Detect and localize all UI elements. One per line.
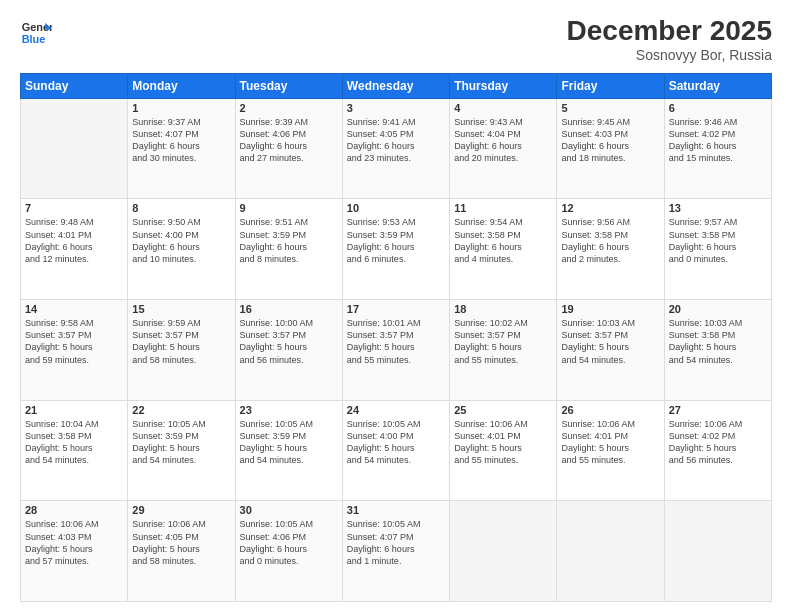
- calendar-cell: 29Sunrise: 10:06 AM Sunset: 4:05 PM Dayl…: [128, 501, 235, 602]
- calendar-cell: 7Sunrise: 9:48 AM Sunset: 4:01 PM Daylig…: [21, 199, 128, 300]
- day-content: Sunrise: 10:05 AM Sunset: 3:59 PM Daylig…: [240, 418, 338, 467]
- day-content: Sunrise: 10:01 AM Sunset: 3:57 PM Daylig…: [347, 317, 445, 366]
- day-number: 12: [561, 202, 659, 214]
- calendar-cell: [557, 501, 664, 602]
- calendar-cell: 17Sunrise: 10:01 AM Sunset: 3:57 PM Dayl…: [342, 300, 449, 401]
- calendar-cell: 10Sunrise: 9:53 AM Sunset: 3:59 PM Dayli…: [342, 199, 449, 300]
- calendar-cell: [450, 501, 557, 602]
- title-block: December 2025 Sosnovyy Bor, Russia: [567, 16, 772, 63]
- day-content: Sunrise: 10:06 AM Sunset: 4:03 PM Daylig…: [25, 518, 123, 567]
- calendar-week-row: 28Sunrise: 10:06 AM Sunset: 4:03 PM Dayl…: [21, 501, 772, 602]
- day-number: 31: [347, 504, 445, 516]
- calendar-cell: 2Sunrise: 9:39 AM Sunset: 4:06 PM Daylig…: [235, 98, 342, 199]
- day-number: 13: [669, 202, 767, 214]
- calendar-cell: 28Sunrise: 10:06 AM Sunset: 4:03 PM Dayl…: [21, 501, 128, 602]
- day-content: Sunrise: 10:05 AM Sunset: 4:06 PM Daylig…: [240, 518, 338, 567]
- day-content: Sunrise: 9:37 AM Sunset: 4:07 PM Dayligh…: [132, 116, 230, 165]
- calendar-cell: 31Sunrise: 10:05 AM Sunset: 4:07 PM Dayl…: [342, 501, 449, 602]
- weekday-header-friday: Friday: [557, 73, 664, 98]
- calendar-week-row: 1Sunrise: 9:37 AM Sunset: 4:07 PM Daylig…: [21, 98, 772, 199]
- day-content: Sunrise: 9:58 AM Sunset: 3:57 PM Dayligh…: [25, 317, 123, 366]
- day-content: Sunrise: 10:00 AM Sunset: 3:57 PM Daylig…: [240, 317, 338, 366]
- day-number: 10: [347, 202, 445, 214]
- calendar-cell: 18Sunrise: 10:02 AM Sunset: 3:57 PM Dayl…: [450, 300, 557, 401]
- day-number: 21: [25, 404, 123, 416]
- calendar-cell: 19Sunrise: 10:03 AM Sunset: 3:57 PM Dayl…: [557, 300, 664, 401]
- calendar-cell: 27Sunrise: 10:06 AM Sunset: 4:02 PM Dayl…: [664, 400, 771, 501]
- calendar-cell: 13Sunrise: 9:57 AM Sunset: 3:58 PM Dayli…: [664, 199, 771, 300]
- day-content: Sunrise: 10:04 AM Sunset: 3:58 PM Daylig…: [25, 418, 123, 467]
- calendar-cell: 15Sunrise: 9:59 AM Sunset: 3:57 PM Dayli…: [128, 300, 235, 401]
- weekday-header-sunday: Sunday: [21, 73, 128, 98]
- day-number: 24: [347, 404, 445, 416]
- day-number: 29: [132, 504, 230, 516]
- day-number: 19: [561, 303, 659, 315]
- day-number: 4: [454, 102, 552, 114]
- day-number: 18: [454, 303, 552, 315]
- day-content: Sunrise: 9:53 AM Sunset: 3:59 PM Dayligh…: [347, 216, 445, 265]
- calendar-cell: 24Sunrise: 10:05 AM Sunset: 4:00 PM Dayl…: [342, 400, 449, 501]
- day-content: Sunrise: 10:02 AM Sunset: 3:57 PM Daylig…: [454, 317, 552, 366]
- day-content: Sunrise: 10:05 AM Sunset: 4:07 PM Daylig…: [347, 518, 445, 567]
- day-content: Sunrise: 10:05 AM Sunset: 3:59 PM Daylig…: [132, 418, 230, 467]
- weekday-header-saturday: Saturday: [664, 73, 771, 98]
- calendar-cell: 1Sunrise: 9:37 AM Sunset: 4:07 PM Daylig…: [128, 98, 235, 199]
- day-number: 7: [25, 202, 123, 214]
- header: General Blue December 2025 Sosnovyy Bor,…: [20, 16, 772, 63]
- calendar-cell: 25Sunrise: 10:06 AM Sunset: 4:01 PM Dayl…: [450, 400, 557, 501]
- day-content: Sunrise: 9:43 AM Sunset: 4:04 PM Dayligh…: [454, 116, 552, 165]
- day-content: Sunrise: 9:39 AM Sunset: 4:06 PM Dayligh…: [240, 116, 338, 165]
- weekday-header-thursday: Thursday: [450, 73, 557, 98]
- calendar-cell: 11Sunrise: 9:54 AM Sunset: 3:58 PM Dayli…: [450, 199, 557, 300]
- day-number: 6: [669, 102, 767, 114]
- day-content: Sunrise: 9:59 AM Sunset: 3:57 PM Dayligh…: [132, 317, 230, 366]
- day-number: 20: [669, 303, 767, 315]
- weekday-header-monday: Monday: [128, 73, 235, 98]
- day-number: 3: [347, 102, 445, 114]
- day-number: 15: [132, 303, 230, 315]
- day-content: Sunrise: 10:06 AM Sunset: 4:01 PM Daylig…: [454, 418, 552, 467]
- location-subtitle: Sosnovyy Bor, Russia: [567, 47, 772, 63]
- day-number: 2: [240, 102, 338, 114]
- calendar-cell: 22Sunrise: 10:05 AM Sunset: 3:59 PM Dayl…: [128, 400, 235, 501]
- calendar-cell: 23Sunrise: 10:05 AM Sunset: 3:59 PM Dayl…: [235, 400, 342, 501]
- weekday-header-tuesday: Tuesday: [235, 73, 342, 98]
- calendar-cell: 20Sunrise: 10:03 AM Sunset: 3:58 PM Dayl…: [664, 300, 771, 401]
- day-number: 26: [561, 404, 659, 416]
- day-content: Sunrise: 10:05 AM Sunset: 4:00 PM Daylig…: [347, 418, 445, 467]
- day-content: Sunrise: 9:41 AM Sunset: 4:05 PM Dayligh…: [347, 116, 445, 165]
- calendar-week-row: 21Sunrise: 10:04 AM Sunset: 3:58 PM Dayl…: [21, 400, 772, 501]
- page: General Blue December 2025 Sosnovyy Bor,…: [0, 0, 792, 612]
- day-number: 25: [454, 404, 552, 416]
- day-content: Sunrise: 10:03 AM Sunset: 3:57 PM Daylig…: [561, 317, 659, 366]
- calendar-cell: [664, 501, 771, 602]
- day-content: Sunrise: 10:03 AM Sunset: 3:58 PM Daylig…: [669, 317, 767, 366]
- logo: General Blue: [20, 16, 54, 48]
- calendar-cell: 12Sunrise: 9:56 AM Sunset: 3:58 PM Dayli…: [557, 199, 664, 300]
- day-number: 30: [240, 504, 338, 516]
- calendar-cell: 16Sunrise: 10:00 AM Sunset: 3:57 PM Dayl…: [235, 300, 342, 401]
- calendar-cell: 8Sunrise: 9:50 AM Sunset: 4:00 PM Daylig…: [128, 199, 235, 300]
- day-number: 22: [132, 404, 230, 416]
- day-content: Sunrise: 9:51 AM Sunset: 3:59 PM Dayligh…: [240, 216, 338, 265]
- calendar-week-row: 14Sunrise: 9:58 AM Sunset: 3:57 PM Dayli…: [21, 300, 772, 401]
- day-number: 1: [132, 102, 230, 114]
- weekday-header-row: SundayMondayTuesdayWednesdayThursdayFrid…: [21, 73, 772, 98]
- calendar-cell: 26Sunrise: 10:06 AM Sunset: 4:01 PM Dayl…: [557, 400, 664, 501]
- calendar-cell: 9Sunrise: 9:51 AM Sunset: 3:59 PM Daylig…: [235, 199, 342, 300]
- day-number: 16: [240, 303, 338, 315]
- day-content: Sunrise: 10:06 AM Sunset: 4:05 PM Daylig…: [132, 518, 230, 567]
- calendar-cell: [21, 98, 128, 199]
- day-number: 28: [25, 504, 123, 516]
- day-content: Sunrise: 9:50 AM Sunset: 4:00 PM Dayligh…: [132, 216, 230, 265]
- day-number: 9: [240, 202, 338, 214]
- day-content: Sunrise: 10:06 AM Sunset: 4:02 PM Daylig…: [669, 418, 767, 467]
- calendar-cell: 5Sunrise: 9:45 AM Sunset: 4:03 PM Daylig…: [557, 98, 664, 199]
- day-content: Sunrise: 9:54 AM Sunset: 3:58 PM Dayligh…: [454, 216, 552, 265]
- day-number: 11: [454, 202, 552, 214]
- day-content: Sunrise: 9:46 AM Sunset: 4:02 PM Dayligh…: [669, 116, 767, 165]
- calendar-cell: 21Sunrise: 10:04 AM Sunset: 3:58 PM Dayl…: [21, 400, 128, 501]
- day-content: Sunrise: 9:56 AM Sunset: 3:58 PM Dayligh…: [561, 216, 659, 265]
- calendar-cell: 3Sunrise: 9:41 AM Sunset: 4:05 PM Daylig…: [342, 98, 449, 199]
- day-number: 5: [561, 102, 659, 114]
